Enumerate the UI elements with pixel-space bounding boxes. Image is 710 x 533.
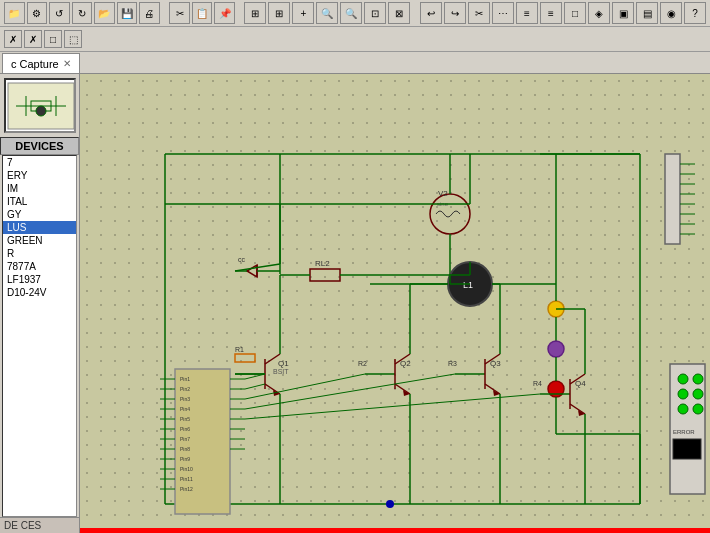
redo-btn[interactable]: ↻ [72,2,93,24]
svg-text:Pin12: Pin12 [180,486,193,492]
svg-text:L1: L1 [463,280,473,290]
svg-text:Pin5: Pin5 [180,416,190,422]
sim6[interactable]: ◈ [588,2,610,24]
schematic-canvas[interactable]: RL2 cc V2 sine L1 [80,74,710,533]
file-menu[interactable]: 📁 [4,2,25,24]
svg-point-108 [693,374,703,384]
settings-btn[interactable]: ⚙ [27,2,48,24]
nav1[interactable]: ↩ [420,2,442,24]
svg-point-36 [548,341,564,357]
svg-text:Q1: Q1 [278,359,289,368]
svg-line-131 [245,394,540,419]
svg-rect-114 [673,439,701,459]
tool1[interactable]: ⊞ [244,2,266,24]
svg-rect-116 [665,154,680,244]
paste-btn[interactable]: 📌 [214,2,235,24]
tool2[interactable]: ⊞ [268,2,290,24]
svg-text:Pin11: Pin11 [180,476,193,482]
tab-close-btn[interactable]: ✕ [63,58,71,69]
main-layout: DEVICES 7 ERY IM ITAL GY LUS GREEN R 787… [0,74,710,533]
svg-rect-125 [235,354,255,362]
svg-point-112 [693,404,703,414]
svg-text:R2: R2 [358,360,367,367]
device-item[interactable]: GY [3,208,76,221]
cut-btn[interactable]: ✂ [169,2,190,24]
svg-line-70 [570,404,585,414]
r2-3[interactable]: □ [44,30,62,48]
svg-point-5 [36,106,46,116]
print-btn[interactable]: 🖨 [139,2,160,24]
open-btn[interactable]: 📂 [94,2,115,24]
device-item[interactable]: ERY [3,169,76,182]
svg-line-56 [395,384,410,394]
svg-point-110 [693,389,703,399]
toolbar-row2: ✗ ✗ □ ⬚ [0,27,710,51]
tabbar: c Capture ✕ [0,52,710,74]
svg-text:Pin9: Pin9 [180,456,190,462]
sim2[interactable]: ⋯ [492,2,514,24]
save-btn[interactable]: 💾 [117,2,138,24]
toolbar: 📁 ⚙ ↺ ↻ 📂 💾 🖨 ✂ 📋 📌 ⊞ ⊞ + 🔍 🔍 ⊡ ⊠ ↩ ↪ ✂ … [0,0,710,52]
schematic-svg: RL2 cc V2 sine L1 [80,74,710,533]
svg-marker-16 [247,265,257,277]
device-item[interactable]: LF1937 [3,273,76,286]
device-item[interactable]: 7 [3,156,76,169]
sim9[interactable]: ◉ [660,2,682,24]
device-item[interactable]: R [3,247,76,260]
zoom-area-btn[interactable]: ⊠ [388,2,410,24]
de-ces-label: DE CES [0,517,79,533]
zoom-out-btn[interactable]: 🔍 [340,2,362,24]
svg-text:R3: R3 [448,360,457,367]
svg-text:Pin4: Pin4 [180,406,190,412]
left-panel: DEVICES 7 ERY IM ITAL GY LUS GREEN R 787… [0,74,80,533]
svg-text:Pin10: Pin10 [180,466,193,472]
r2-1[interactable]: ✗ [4,30,22,48]
svg-text:Pin8: Pin8 [180,446,190,452]
tool3[interactable]: + [292,2,314,24]
sim8[interactable]: ▤ [636,2,658,24]
devices-header: DEVICES [0,137,79,155]
nav2[interactable]: ↪ [444,2,466,24]
copy-btn[interactable]: 📋 [192,2,213,24]
tab-label: c Capture [11,58,59,70]
svg-text:Pin6: Pin6 [180,426,190,432]
preview-svg [6,81,74,131]
sim3[interactable]: ≡ [516,2,538,24]
sim7[interactable]: ▣ [612,2,634,24]
device-item[interactable]: GREEN [3,234,76,247]
svg-text:ERROR: ERROR [673,429,695,435]
svg-text:BSIT: BSIT [273,368,289,375]
zoom-in-btn[interactable]: 🔍 [316,2,338,24]
svg-line-129 [245,374,365,399]
status-red-bar [80,528,710,533]
svg-text:Pin1: Pin1 [180,376,190,382]
tab-capture[interactable]: c Capture ✕ [2,53,80,73]
device-item[interactable]: D10-24V [3,286,76,299]
svg-text:Pin3: Pin3 [180,396,190,402]
zoom-fit-btn[interactable]: ⊡ [364,2,386,24]
sim1[interactable]: ✂ [468,2,490,24]
device-item[interactable]: 7877A [3,260,76,273]
toolbar-row1: 📁 ⚙ ↺ ↻ 📂 💾 🖨 ✂ 📋 📌 ⊞ ⊞ + 🔍 🔍 ⊡ ⊠ ↩ ↪ ✂ … [0,0,710,27]
svg-point-109 [678,389,688,399]
r2-4[interactable]: ⬚ [64,30,82,48]
preview-box [4,78,76,133]
svg-text:V2: V2 [438,189,448,198]
svg-point-107 [678,374,688,384]
r2-2[interactable]: ✗ [24,30,42,48]
svg-line-63 [485,384,500,394]
svg-text:Pin2: Pin2 [180,386,190,392]
help-btn[interactable]: ? [684,2,706,24]
svg-text:Pin7: Pin7 [180,436,190,442]
svg-text:R1: R1 [235,346,244,353]
device-item-selected[interactable]: LUS [3,221,76,234]
device-item[interactable]: ITAL [3,195,76,208]
device-item[interactable]: IM [3,182,76,195]
device-list[interactable]: 7 ERY IM ITAL GY LUS GREEN R 7877A LF193… [2,155,77,517]
sim5[interactable]: □ [564,2,586,24]
svg-text:cc: cc [238,256,246,263]
svg-point-115 [386,500,394,508]
sim4[interactable]: ≡ [540,2,562,24]
undo-btn[interactable]: ↺ [49,2,70,24]
svg-line-128 [245,384,265,389]
